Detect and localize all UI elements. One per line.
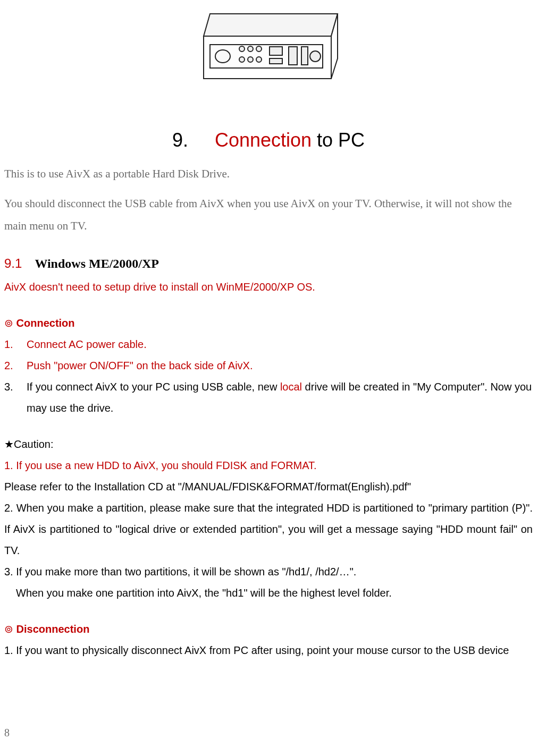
connection-step-2: 2. Push "power ON/OFF" on the back side … <box>4 355 533 376</box>
caution-heading: ★Caution: <box>4 434 533 455</box>
connection-label: Connection <box>16 317 75 329</box>
connection-heading: ⊚ Connection <box>4 312 533 334</box>
chapter-number: 9. <box>172 129 188 151</box>
page-number: 8 <box>4 722 10 743</box>
caution-item-1: 1. If you use a new HDD to AivX, you sho… <box>4 455 533 476</box>
bullet-icon: ⊚ <box>4 317 13 329</box>
caution-item-3a: 3. If you make more than two partitions,… <box>4 561 533 582</box>
caution-label: Caution: <box>14 438 54 450</box>
svg-rect-13 <box>289 47 297 65</box>
step-number: 3. <box>4 376 27 419</box>
section-note: AivX doesn't need to setup drive to inst… <box>4 276 533 298</box>
section-title: 9.1 Windows ME/2000/XP <box>4 251 533 276</box>
svg-point-7 <box>256 46 262 52</box>
svg-rect-11 <box>270 47 282 55</box>
intro-line-2: You should disconnect the USB cable from… <box>4 192 533 237</box>
chapter-accent-word: Connection <box>215 129 312 151</box>
svg-marker-0 <box>204 14 338 36</box>
intro-line-1: This is to use AivX as a portable Hard D… <box>4 163 533 185</box>
svg-point-9 <box>248 57 253 62</box>
section-heading-text: Windows ME/2000/XP <box>35 257 159 270</box>
caution-item-1b: Please refer to the Installation CD at "… <box>4 476 533 497</box>
step-number: 2. <box>4 355 27 376</box>
chapter-title: 9. Connection to PC <box>4 121 533 159</box>
svg-rect-12 <box>270 58 282 64</box>
star-icon: ★ <box>4 438 14 450</box>
chapter-rest: to PC <box>312 129 365 151</box>
disconnection-heading: ⊚ Disconnection <box>4 618 533 640</box>
step3-highlight: local <box>280 381 302 393</box>
svg-point-5 <box>239 46 245 52</box>
step3-pre: If you connect AivX to your PC using USB… <box>27 381 280 393</box>
svg-point-8 <box>239 57 245 62</box>
caution-item-3b: When you make one partition into AivX, t… <box>4 582 533 604</box>
caution-item-2: 2. When you make a partition, please mak… <box>4 497 533 561</box>
svg-point-6 <box>248 46 253 52</box>
step-text: Connect AC power cable. <box>27 334 533 355</box>
svg-rect-14 <box>301 47 308 65</box>
disconnection-step-1: 1. If you want to physically disconnect … <box>4 640 533 661</box>
device-illustration <box>178 10 359 105</box>
step-text: If you connect AivX to your PC using USB… <box>27 376 533 419</box>
svg-point-10 <box>256 57 262 62</box>
svg-point-4 <box>215 50 230 63</box>
step-text: Push "power ON/OFF" on the back side of … <box>27 355 533 376</box>
bullet-icon: ⊚ <box>4 623 13 635</box>
connection-step-1: 1. Connect AC power cable. <box>4 334 533 355</box>
document-page: 9. Connection to PC This is to use AivX … <box>0 0 538 756</box>
section-number: 9.1 <box>4 256 22 270</box>
step-number: 1. <box>4 334 27 355</box>
disconnection-label: Disconnection <box>16 623 90 635</box>
svg-point-15 <box>310 51 321 62</box>
connection-step-3: 3. If you connect AivX to your PC using … <box>4 376 533 419</box>
